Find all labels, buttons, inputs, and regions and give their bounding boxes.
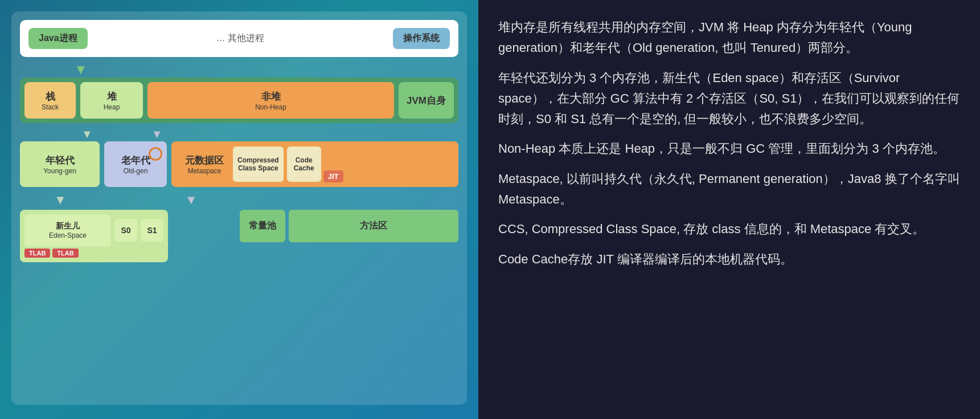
arrow-nonheap-down-icon: ▼: [151, 128, 163, 141]
s1-label: S1: [147, 226, 157, 235]
metaspace-cn-label: 元数据区: [182, 154, 227, 167]
arrow-meta-down-icon: ▼: [185, 193, 198, 208]
ccs-box: Compressed Class Space: [233, 147, 284, 182]
codecache-line2-label: Cache: [292, 164, 317, 172]
tlab2-badge: TLAB: [52, 249, 78, 258]
paragraph-5: CCS, Compressed Class Space, 存放 class 信息…: [498, 219, 960, 239]
stack-box: 栈 Stack: [24, 82, 76, 119]
s0-label: S0: [121, 226, 130, 235]
codecache-line1-label: Code: [292, 156, 317, 164]
row1-container: Java进程 … 其他进程 操作系统: [20, 20, 458, 57]
codecache-box: Code Cache: [287, 147, 321, 182]
java-process-box: Java进程: [28, 28, 88, 49]
diagram-inner: Java进程 … 其他进程 操作系统 ▼ 栈 Stack 堆 Heap: [11, 11, 467, 405]
jvm-cn-label: JVM自身: [407, 94, 446, 107]
eden-cn-label: 新生儿: [30, 221, 105, 231]
metaspace-en-label: Metaspace: [182, 167, 227, 175]
other-process-box: … 其他进程: [216, 32, 264, 44]
arrows-row-2: ▼ ▼: [20, 128, 458, 140]
arrow-java-down: ▼: [20, 63, 458, 76]
jit-badge: JIT: [323, 170, 343, 182]
paragraph-2: 年轻代还划分为 3 个内存池，新生代（Eden space）和存活区（Survi…: [498, 68, 960, 130]
other-process-label: … 其他进程: [216, 33, 264, 43]
oldgen-en-label: Old-gen: [113, 167, 158, 175]
paragraph-6: Code Cache存放 JIT 编译器编译后的本地机器代码。: [498, 249, 960, 270]
tlab1-badge: TLAB: [24, 249, 50, 258]
arrow-heap-down-icon: ▼: [81, 128, 93, 141]
os-box: 操作系统: [393, 28, 450, 49]
java-process-label: Java进程: [39, 33, 77, 43]
metaspace-box: 元数据区 Metaspace: [176, 154, 233, 175]
paragraph-1: 堆内存是所有线程共用的内存空间，JVM 将 Heap 内存分为年轻代（Young…: [498, 17, 960, 59]
row3-container: 年轻代 Young-gen 老年代 Old-gen 元数据区 Metaspace…: [20, 141, 458, 187]
nonheap-box: 非堆 Non-Heap: [147, 82, 394, 119]
arrow-younggen-down-icon: ▼: [54, 193, 67, 208]
heap-en-label: Heap: [88, 103, 135, 111]
heap-box: 堆 Heap: [80, 82, 143, 119]
younggen-box: 年轻代 Young-gen: [20, 141, 100, 187]
text-panel: 堆内存是所有线程共用的内存空间，JVM 将 Heap 内存分为年轻代（Young…: [478, 0, 980, 419]
eden-en-label: Eden-Space: [30, 231, 105, 239]
row4-container: 新生儿 Eden-Space S0 S1 TLAB TLAB: [20, 210, 458, 262]
eden-group: 新生儿 Eden-Space S0 S1 TLAB TLAB: [20, 210, 168, 262]
meta-sub-group: 常量池 方法区: [240, 210, 458, 242]
fangfaqu-box: 方法区: [289, 210, 458, 242]
oldgen-ring-decoration: [149, 147, 162, 161]
stack-en-label: Stack: [32, 103, 68, 111]
stack-cn-label: 栈: [32, 90, 68, 103]
jvm-box: JVM自身: [399, 82, 454, 119]
paragraph-4: Metaspace, 以前叫持久代（永久代, Permanent generat…: [498, 169, 960, 210]
row2-container: 栈 Stack 堆 Heap 非堆 Non-Heap JVM自身: [20, 78, 458, 123]
heap-cn-label: 堆: [88, 90, 135, 103]
eden-top-row: 新生儿 Eden-Space S0 S1: [24, 214, 163, 246]
eden-box: 新生儿 Eden-Space: [24, 214, 111, 246]
nonheap-en-label: Non-Heap: [155, 103, 386, 111]
os-label: 操作系统: [403, 33, 440, 43]
diagram-panel: Java进程 … 其他进程 操作系统 ▼ 栈 Stack 堆 Heap: [0, 0, 478, 419]
metaspace-group: 元数据区 Metaspace Compressed Class Space Co…: [171, 141, 458, 187]
changliangchi-box: 常量池: [240, 210, 285, 242]
paragraph-3: Non-Heap 本质上还是 Heap，只是一般不归 GC 管理，里面划分为 3…: [498, 139, 960, 159]
oldgen-box: 老年代 Old-gen: [104, 141, 167, 187]
arrows-row-3: ▼ ▼: [20, 192, 458, 209]
nonheap-cn-label: 非堆: [155, 90, 386, 103]
changliangchi-label: 常量池: [249, 221, 276, 230]
fangfaqu-label: 方法区: [360, 221, 387, 230]
younggen-en-label: Young-gen: [31, 167, 88, 175]
younggen-cn-label: 年轻代: [31, 154, 88, 167]
ccs-line2-label: Class Space: [237, 164, 279, 172]
arrow-down-icon: ▼: [74, 63, 88, 76]
ccs-line1-label: Compressed: [237, 156, 279, 164]
jit-label: JIT: [328, 172, 339, 181]
tlab-row: TLAB TLAB: [24, 249, 163, 258]
s1-box: S1: [141, 219, 163, 242]
s0-box: S0: [114, 219, 137, 242]
